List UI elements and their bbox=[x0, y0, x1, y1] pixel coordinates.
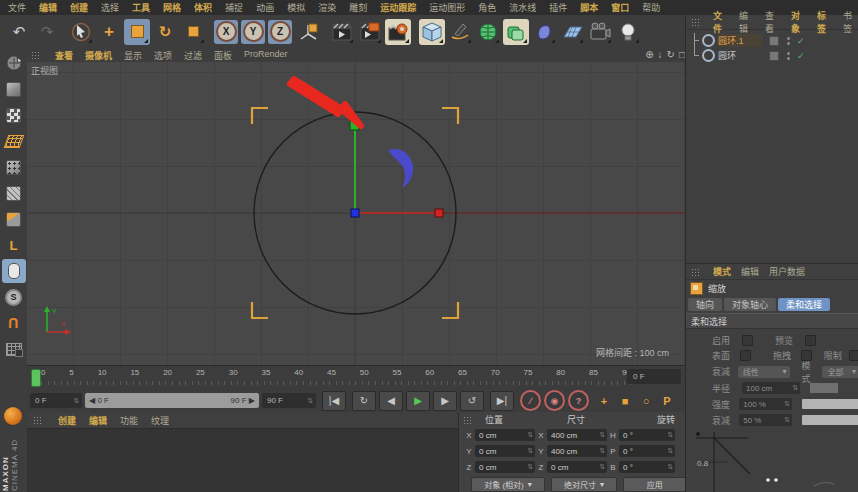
visibility-dots-icon[interactable] bbox=[787, 52, 790, 60]
visibility-dots-icon[interactable] bbox=[787, 37, 790, 45]
workplane-mode-button[interactable] bbox=[2, 129, 26, 153]
menubar-item[interactable]: 选择 bbox=[101, 1, 119, 14]
panel-grip-icon[interactable] bbox=[691, 18, 701, 26]
strength-gradient-bar[interactable] bbox=[802, 399, 858, 409]
viewport-menu-item[interactable]: 过滤 bbox=[184, 49, 202, 62]
menubar-item[interactable]: 帮助 bbox=[642, 1, 660, 14]
scale-tool-button[interactable] bbox=[124, 19, 150, 45]
viewport-menu-item[interactable]: 显示 bbox=[124, 49, 142, 62]
menubar-item[interactable]: 文件 bbox=[8, 1, 26, 14]
apply-button[interactable]: 应用 bbox=[623, 477, 686, 492]
panel-grip-icon[interactable] bbox=[33, 416, 43, 424]
viewport-menu-item[interactable]: 查看 bbox=[55, 49, 73, 62]
orbit-view-icon[interactable]: ↻ bbox=[667, 50, 675, 60]
spinner-icon[interactable]: ⇅ bbox=[73, 397, 79, 405]
surface-checkbox[interactable] bbox=[740, 350, 750, 361]
menubar-item[interactable]: 运动图形 bbox=[429, 1, 465, 14]
position-field[interactable]: 0 cm⇅ bbox=[475, 445, 535, 457]
attribute-menu-item[interactable]: 用户数据 bbox=[769, 265, 805, 278]
falloff-swatch[interactable] bbox=[810, 383, 838, 393]
undo-button[interactable]: ↶ bbox=[6, 19, 32, 45]
rotation-field[interactable]: 0 °⇅ bbox=[619, 445, 675, 457]
size-field[interactable]: 400 cm⇅ bbox=[547, 445, 607, 457]
lock-x-button[interactable]: X bbox=[214, 20, 238, 44]
floor-button[interactable] bbox=[559, 19, 585, 45]
play-button[interactable]: ▶ bbox=[406, 391, 430, 411]
primitives-cube-button[interactable] bbox=[419, 19, 445, 45]
object-name[interactable]: 圆环.1 bbox=[718, 34, 762, 47]
timeline-playhead[interactable] bbox=[31, 369, 41, 387]
attribute-menu-item[interactable]: 编辑 bbox=[741, 265, 759, 278]
material-menu-item[interactable]: 编辑 bbox=[89, 414, 107, 427]
key-scale-toggle[interactable]: ■ bbox=[616, 392, 634, 410]
lock-workplane-button[interactable] bbox=[2, 337, 26, 361]
last-tool-button[interactable] bbox=[180, 19, 206, 45]
object-row[interactable]: 圆环 ✓ bbox=[686, 48, 858, 63]
dolly-view-icon[interactable]: ↓ bbox=[658, 50, 663, 60]
strength-field[interactable]: 100 %⇅ bbox=[739, 398, 792, 410]
light-button[interactable] bbox=[615, 19, 641, 45]
keyframe-selection-button[interactable]: ? bbox=[568, 390, 589, 411]
menubar-item[interactable]: 流水线 bbox=[509, 1, 536, 14]
attribute-tab[interactable]: 柔和选择 bbox=[778, 298, 830, 311]
menubar-item[interactable]: 模拟 bbox=[287, 1, 305, 14]
enabled-check-icon[interactable]: ✓ bbox=[797, 51, 805, 61]
rotation-field[interactable]: 0 °⇅ bbox=[619, 429, 675, 441]
viewport-menu-item[interactable]: 选项 bbox=[154, 49, 172, 62]
preview-checkbox[interactable]: ✓ bbox=[805, 335, 816, 346]
viewport-menu-item[interactable]: ProRender bbox=[244, 49, 288, 62]
render-settings-button[interactable] bbox=[385, 19, 411, 45]
lock-z-button[interactable]: Z bbox=[268, 20, 292, 44]
menubar-item[interactable]: 网格 bbox=[163, 1, 181, 14]
loop-button[interactable]: ↺ bbox=[460, 391, 484, 411]
next-key-button[interactable]: ▶ bbox=[433, 391, 457, 411]
falloff-dropdown[interactable]: 线性▾ bbox=[738, 366, 790, 378]
decay-gradient-bar[interactable] bbox=[802, 415, 858, 425]
frame-range-slider[interactable]: ◀ 0 F90 F ▶ bbox=[85, 393, 259, 408]
edges-mode-button[interactable] bbox=[2, 181, 26, 205]
render-region-button[interactable] bbox=[357, 19, 383, 45]
object-manager-menu-item[interactable]: 查看 bbox=[765, 9, 781, 35]
material-menu-item[interactable]: 纹理 bbox=[151, 414, 169, 427]
menubar-item[interactable]: 运动跟踪 bbox=[380, 1, 416, 14]
key-rotation-toggle[interactable]: ○ bbox=[637, 392, 655, 410]
polygons-mode-button[interactable] bbox=[2, 207, 26, 231]
subdivision-surface-button[interactable] bbox=[475, 19, 501, 45]
layer-icon[interactable] bbox=[769, 51, 779, 61]
record-keyframe-button[interactable]: ∕ bbox=[520, 390, 541, 411]
spline-pen-button[interactable] bbox=[447, 19, 473, 45]
position-field[interactable]: 0 cm⇅ bbox=[475, 461, 535, 473]
rotate-tool-button[interactable]: ↻ bbox=[152, 19, 178, 45]
viewport-menu-item[interactable]: 摄像机 bbox=[85, 49, 112, 62]
material-menu-item[interactable]: 功能 bbox=[120, 414, 138, 427]
origin-handle[interactable] bbox=[351, 209, 359, 217]
end-frame-field[interactable]: 90 F⇅ bbox=[262, 393, 316, 408]
make-editable-button[interactable] bbox=[2, 51, 26, 75]
position-field[interactable]: 0 cm⇅ bbox=[475, 429, 535, 441]
object-mode-dropdown[interactable]: 对象 (相对)▾ bbox=[471, 477, 545, 492]
current-frame-field[interactable]: 0 F bbox=[627, 369, 681, 384]
menubar-item[interactable]: 动画 bbox=[256, 1, 274, 14]
menubar-item[interactable]: 脚本 bbox=[580, 1, 598, 14]
menubar-item[interactable]: 雕刻 bbox=[349, 1, 367, 14]
menubar-item[interactable]: 角色 bbox=[478, 1, 496, 14]
panel-grip-icon[interactable] bbox=[463, 416, 473, 424]
rotation-field[interactable]: 0 °⇅ bbox=[619, 461, 675, 473]
menubar-item[interactable]: 渲染 bbox=[318, 1, 336, 14]
attribute-menu-item[interactable]: 模式 bbox=[713, 265, 731, 278]
menubar-item[interactable]: 编辑 bbox=[39, 1, 57, 14]
spinner-icon[interactable]: ⇅ bbox=[307, 397, 313, 405]
enable-axis-button[interactable]: L bbox=[2, 233, 26, 257]
key-parameter-toggle[interactable]: P bbox=[658, 392, 676, 410]
object-manager-menu-item[interactable]: 文件 bbox=[713, 9, 729, 35]
snapping-button[interactable]: U bbox=[2, 311, 26, 335]
enable-checkbox[interactable] bbox=[742, 335, 753, 346]
play-mode-button[interactable]: ↻ bbox=[352, 391, 376, 411]
start-frame-field[interactable]: 0 F⇅ bbox=[30, 393, 82, 408]
lock-y-button[interactable]: Y bbox=[241, 20, 265, 44]
move-tool-button[interactable]: + bbox=[96, 19, 122, 45]
menubar-item[interactable]: 插件 bbox=[549, 1, 567, 14]
points-mode-button[interactable] bbox=[2, 155, 26, 179]
menubar-item[interactable]: 窗口 bbox=[611, 1, 629, 14]
size-field[interactable]: 0 cm⇅ bbox=[547, 461, 607, 473]
